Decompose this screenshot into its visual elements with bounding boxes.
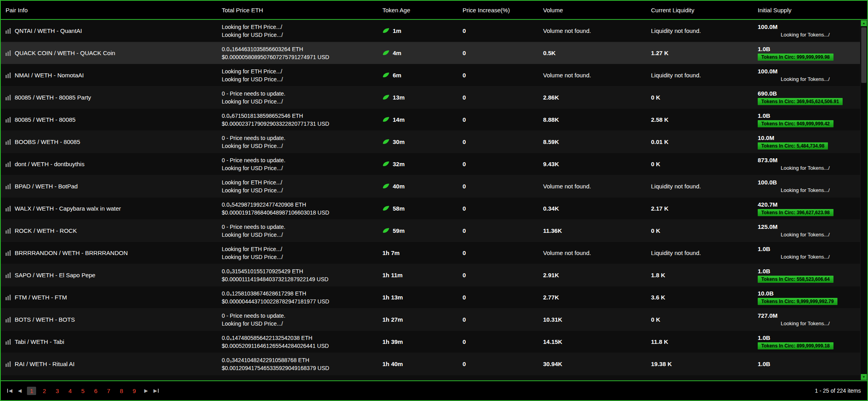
price-increase-value: 0: [458, 338, 538, 345]
token-age: 1m: [393, 27, 401, 34]
vertical-scrollbar[interactable]: ▲ ▼: [860, 20, 867, 380]
pair-name: SAPO / WETH - El Sapo Pepe: [15, 272, 95, 278]
liquidity-value: 3.6 K: [646, 294, 753, 301]
chart-icon[interactable]: [6, 28, 11, 34]
last-page-button[interactable]: ▶: [154, 388, 159, 393]
table-row[interactable]: BOTS / WETH - BOTS 0 - Price needs to up…: [1, 309, 860, 331]
pair-name: QNTAI / WETH - QuantAI: [15, 27, 82, 34]
price-usd: Looking for USD Price.../: [222, 232, 378, 238]
liquidity-value: 0 K: [646, 161, 753, 167]
chart-icon[interactable]: [6, 295, 11, 300]
page-number[interactable]: 3: [53, 387, 61, 395]
token-age: 1h 7m: [382, 249, 399, 256]
price-eth: 0.0₄12581038674628617298 ETH: [222, 290, 378, 297]
chart-icon[interactable]: [6, 161, 11, 167]
scrollbar-thumb[interactable]: [861, 27, 866, 83]
initial-supply-value: 873.0M: [758, 157, 860, 163]
new-token-leaf-icon: [382, 72, 390, 78]
column-header-pair-info[interactable]: Pair Info: [1, 7, 217, 13]
tokens-in-circ: Looking for Tokens.../: [781, 76, 860, 83]
pair-name: QUACK COIN / WETH - QUACK Coin: [15, 50, 115, 56]
table-row[interactable]: BPAD / WETH - BotPad Looking for ETH Pri…: [1, 175, 860, 198]
initial-supply-value: 1.0B: [758, 268, 860, 274]
tokens-in-circ-label: Tokens In Circ: 558,523,606.64: [758, 276, 833, 283]
table-row[interactable]: QUACK COIN / WETH - QUACK Coin 0.0₄16446…: [1, 42, 860, 64]
table-row[interactable]: NMAI / WETH - NomotaAI Looking for ETH P…: [1, 64, 860, 86]
price-usd: $0.0000191786840648987106603018 USD: [222, 209, 378, 216]
price-increase-value: 0: [458, 72, 538, 79]
column-header-initial-supply[interactable]: Initial Supply: [753, 7, 867, 13]
table-row[interactable]: ROCK / WETH - ROCK 0 - Price needs to up…: [1, 220, 860, 242]
column-header-total-price-eth[interactable]: Total Price ETH: [217, 7, 378, 13]
page-number[interactable]: 8: [117, 387, 126, 395]
table-row[interactable]: BRRRRANDON / WETH - BRRRRANDON Looking f…: [1, 242, 860, 264]
table-row[interactable]: 0.0₄4559442047072400462 ETH 10.0B: [1, 375, 860, 380]
prev-page-arrow-icon: ◀: [18, 388, 21, 393]
chart-icon[interactable]: [6, 117, 11, 123]
column-header-price-increase[interactable]: Price Increase(%): [458, 7, 538, 13]
chart-icon[interactable]: [6, 139, 11, 145]
chart-icon[interactable]: [6, 228, 11, 234]
tokens-in-circ-label: Looking for Tokens.../: [781, 232, 830, 238]
liquidity-value: 1.8 K: [646, 272, 753, 278]
price-eth: 0 - Price needs to update.: [222, 157, 378, 163]
price-usd: Looking for USD Price.../: [222, 98, 378, 105]
table-row[interactable]: Tabi / WETH - Tabi 0.0₄14748058564221325…: [1, 331, 860, 353]
prev-page-button[interactable]: ◀: [18, 388, 21, 393]
column-header-token-age[interactable]: Token Age: [378, 7, 458, 13]
price-increase-value: 0: [458, 161, 538, 167]
page-number[interactable]: 5: [79, 387, 87, 395]
table-row[interactable]: FTM / WETH - FTM 0.0₄1258103867462861729…: [1, 286, 860, 309]
tokens-in-circ: Tokens In Circ: 949,999,999.42: [758, 120, 860, 127]
price-increase-value: 0: [458, 50, 538, 56]
page-number[interactable]: 6: [91, 387, 100, 395]
next-page-button[interactable]: ▶: [144, 388, 148, 393]
chart-icon[interactable]: [6, 317, 11, 322]
table-row[interactable]: 80085 / WETH - 80085 Party 0 - Price nee…: [1, 86, 860, 109]
current-page[interactable]: 1: [27, 387, 36, 395]
tokens-in-circ: Tokens In Circ: 899,999,999.18: [758, 342, 860, 349]
price-usd: $0.0005209116461265544284026441 USD: [222, 343, 378, 349]
pair-name: BPAD / WETH - BotPad: [15, 183, 78, 190]
first-page-button[interactable]: ◀: [7, 388, 12, 393]
column-header-current-liquidity[interactable]: Current Liquidity: [646, 7, 753, 13]
table-row[interactable]: SAPO / WETH - El Sapo Pepe 0.0₃315451015…: [1, 264, 860, 286]
token-age: 1h 27m: [382, 316, 403, 323]
volume-value: 8.59K: [538, 138, 646, 145]
page-number[interactable]: 4: [66, 387, 75, 395]
page-list: 123456789: [27, 387, 138, 395]
page-number[interactable]: 9: [130, 387, 138, 395]
price-increase-value: 0: [458, 272, 538, 278]
table-row[interactable]: dont / WETH - dontbuythis 0 - Price need…: [1, 153, 860, 175]
chart-icon[interactable]: [6, 361, 11, 367]
table-row[interactable]: 80085 / WETH - 80085 0.0₆671501813859865…: [1, 109, 860, 131]
table-row[interactable]: WALX / WETH - Capybara walx in water 0.0…: [1, 198, 860, 220]
volume-value: Volume not found.: [538, 72, 646, 79]
chart-icon[interactable]: [6, 339, 11, 345]
tokens-in-circ-label: Tokens In Circ: 949,999,999.42: [758, 120, 833, 127]
chart-icon[interactable]: [6, 206, 11, 211]
token-age: 59m: [393, 227, 405, 234]
price-increase-value: 0: [458, 227, 538, 234]
page-number[interactable]: 7: [104, 387, 113, 395]
volume-value: 0.5K: [538, 50, 646, 56]
table-row[interactable]: BOOBS / WETH - 80085 0 - Price needs to …: [1, 131, 860, 153]
chart-icon[interactable]: [6, 184, 11, 189]
tokens-in-circ-label: Tokens In Circ: 999,999,999.98: [758, 54, 833, 61]
scroll-up-icon[interactable]: ▲: [861, 20, 867, 26]
price-increase-value: 0: [458, 183, 538, 190]
table-row[interactable]: RAI / WETH - Ritual AI 0.0₃3424104824229…: [1, 353, 860, 375]
chart-icon[interactable]: [6, 50, 11, 56]
chart-icon[interactable]: [6, 73, 11, 78]
liquidity-value: Liquidity not found.: [646, 72, 753, 79]
chart-icon[interactable]: [6, 250, 11, 256]
scroll-down-icon[interactable]: ▼: [861, 374, 867, 380]
chart-icon[interactable]: [6, 272, 11, 278]
tokens-in-circ-label: Looking for Tokens.../: [781, 320, 830, 326]
table-row[interactable]: QNTAI / WETH - QuantAI Looking for ETH P…: [1, 20, 860, 42]
new-token-leaf-icon: [382, 28, 390, 34]
page-number[interactable]: 2: [40, 387, 49, 395]
chart-icon[interactable]: [6, 95, 11, 100]
price-usd: Looking for USD Price.../: [222, 143, 378, 149]
column-header-volume[interactable]: Volume: [538, 7, 646, 13]
